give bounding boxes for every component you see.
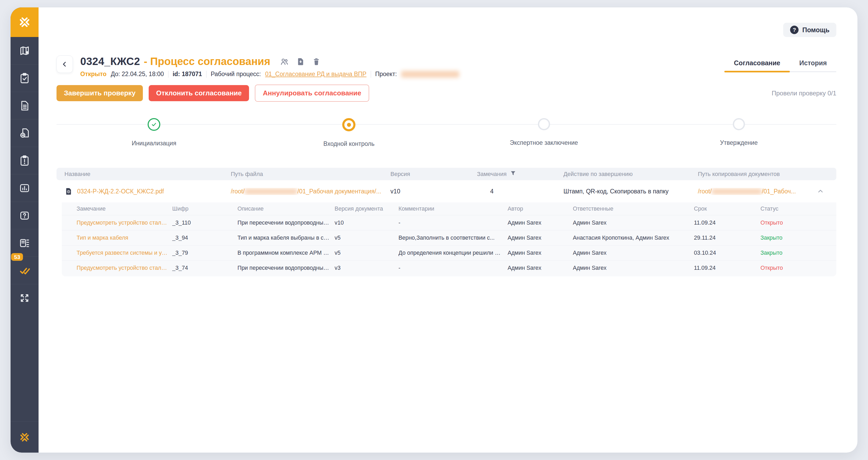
sidebar-item-documents[interactable] — [10, 92, 38, 119]
file-copy-path: /root//01_Рабоч... — [690, 188, 804, 195]
sidebar-item-approvals[interactable]: 53 — [10, 257, 38, 284]
sidebar-item-journal[interactable] — [10, 229, 38, 257]
back-button[interactable] — [57, 56, 73, 73]
remark-responsible: Админ Sarex — [573, 220, 694, 226]
remark-description: При пересечении водопроводных сет... — [238, 265, 335, 271]
column-header-version: Версия — [383, 171, 469, 177]
question-circle-icon: ? — [790, 26, 799, 34]
help-button-label: Помощь — [802, 26, 830, 34]
sidebar-item-help[interactable] — [10, 202, 38, 229]
step-approval: Утверждение — [642, 111, 836, 152]
sidebar-item-file-export[interactable] — [10, 119, 38, 147]
copy-path-redacted — [712, 189, 762, 195]
remark-row[interactable]: Предусмотреть устройство стального футл.… — [62, 260, 836, 275]
remark-comments: - — [399, 220, 507, 226]
column-header-doc-version: Версия документа — [335, 206, 399, 212]
remark-code: _3_110 — [172, 220, 238, 226]
sidebar-item-expand[interactable] — [10, 284, 38, 312]
users-icon[interactable] — [280, 57, 289, 66]
column-header-copy-path: Путь копирования документов — [690, 171, 804, 177]
status-badge: Открыто — [80, 70, 106, 78]
step-expert-review: Экспертное заключение — [446, 111, 642, 152]
process-stepper: Инициализация Входной контроль Экспертно… — [57, 111, 836, 152]
reject-approval-button[interactable]: Отклонить согласование — [149, 85, 249, 101]
remark-doc-version: v5 — [335, 250, 399, 256]
remark-link[interactable]: Предусмотреть устройство стального футл.… — [62, 220, 172, 226]
step-pending-icon — [733, 118, 745, 130]
column-header-remarks: Замечания — [469, 170, 556, 178]
remark-link[interactable]: Тип и марка кабеля — [62, 235, 172, 241]
remark-due: 11.09.24 — [694, 220, 761, 226]
step-current-icon — [342, 118, 355, 131]
remark-link[interactable]: Требуется развести системы и устранить к… — [62, 250, 172, 256]
remark-due: 29.11.24 — [694, 235, 761, 241]
column-header-code: Шифр — [172, 206, 238, 212]
pdf-file-icon — [64, 187, 73, 196]
document-icon — [19, 99, 31, 112]
tab-history[interactable]: История — [790, 59, 836, 72]
remark-doc-version: v10 — [335, 220, 399, 226]
remark-code: _3_74 — [172, 265, 238, 271]
help-box-icon — [19, 209, 31, 222]
expand-icon — [19, 292, 31, 304]
remark-status: Открыто — [761, 265, 836, 271]
map-icon — [19, 45, 31, 57]
title-action-icons — [280, 57, 321, 66]
path-redacted — [245, 189, 297, 195]
document-download-icon[interactable] — [296, 57, 305, 66]
clipboard-alert-icon — [19, 154, 31, 167]
meta-divider — [206, 71, 207, 78]
sidebar-item-issues[interactable] — [10, 147, 38, 174]
file-completion-action: Штамп, QR-код, Скопировать в папку — [556, 188, 690, 195]
remark-row[interactable]: Требуется развести системы и устранить к… — [62, 245, 836, 260]
tab-approval[interactable]: Согласование — [724, 59, 789, 72]
column-header-responsible: Ответственные — [573, 206, 694, 212]
sidebar-item-map[interactable] — [10, 37, 38, 64]
remark-status: Закрыто — [761, 235, 836, 241]
file-version: v10 — [383, 188, 469, 195]
sarex-logo[interactable] — [10, 7, 38, 37]
sidebar-footer-logo[interactable] — [10, 422, 38, 453]
workflow-link[interactable]: 01_Согласование РД и выдача ВПР — [265, 70, 367, 78]
file-row[interactable]: 0324-Р-ЖД-2.2-ОСК_КЖС2.pdf /root//01_Раб… — [57, 180, 836, 202]
remark-author: Админ Sarex — [507, 250, 573, 256]
remark-description: Тип и марка кабеля выбраны в соотв... — [238, 235, 335, 241]
page-title-suffix: - Процесс согласования — [144, 56, 270, 67]
remark-row[interactable]: Тип и марка кабеля _3_94 Тип и марка каб… — [62, 230, 836, 245]
remark-row[interactable]: Предусмотреть устройство стального футл.… — [62, 215, 836, 230]
remark-responsible: Админ Sarex — [573, 250, 694, 256]
collapse-row-button[interactable] — [804, 188, 836, 195]
file-name-link[interactable]: 0324-Р-ЖД-2.2-ОСК_КЖС2.pdf — [57, 187, 223, 196]
step-initialization: Инициализация — [57, 111, 251, 152]
annul-approval-button[interactable]: Аннулировать согласование — [255, 85, 369, 102]
trash-icon[interactable] — [312, 57, 321, 66]
actions-row: Завершить проверку Отклонить согласовани… — [57, 85, 836, 102]
page-title-code: 0324_КЖС2 — [80, 56, 140, 67]
step-done-icon — [148, 118, 160, 131]
title-block: 0324_КЖС2 - Процесс согласования — [80, 56, 459, 78]
due-date: До: 22.04.25, 18:00 — [111, 70, 164, 78]
journal-icon — [19, 237, 31, 249]
bar-chart-icon — [19, 182, 31, 194]
file-remarks-count: 4 — [469, 188, 556, 195]
step-label: Входной контроль — [323, 140, 375, 147]
column-header-comments: Комментарии — [399, 206, 507, 212]
remark-link[interactable]: Предусмотреть устройство стального футл.… — [62, 265, 172, 271]
approvals-badge: 53 — [11, 253, 23, 261]
filter-funnel-icon[interactable] — [510, 170, 517, 178]
files-table-header: Название Путь файла Версия Замечания Дей… — [57, 168, 836, 180]
step-label: Экспертное заключение — [510, 139, 578, 146]
complete-review-button[interactable]: Завершить проверку — [57, 85, 143, 101]
chevron-up-icon — [817, 188, 824, 195]
sidebar-spacer — [10, 312, 38, 422]
remark-status: Открыто — [761, 220, 836, 226]
help-button[interactable]: ? Помощь — [783, 23, 836, 37]
remark-doc-version: v5 — [335, 235, 399, 241]
remark-description: При пересечении водопроводных сет... — [238, 220, 335, 226]
files-table: Название Путь файла Версия Замечания Дей… — [57, 168, 836, 276]
sidebar-item-tasks[interactable] — [10, 64, 38, 92]
remark-author: Админ Sarex — [507, 265, 573, 271]
sidebar-item-analytics[interactable] — [10, 174, 38, 202]
remark-due: 03.10.24 — [694, 250, 761, 256]
sarex-burst-icon — [19, 431, 31, 443]
